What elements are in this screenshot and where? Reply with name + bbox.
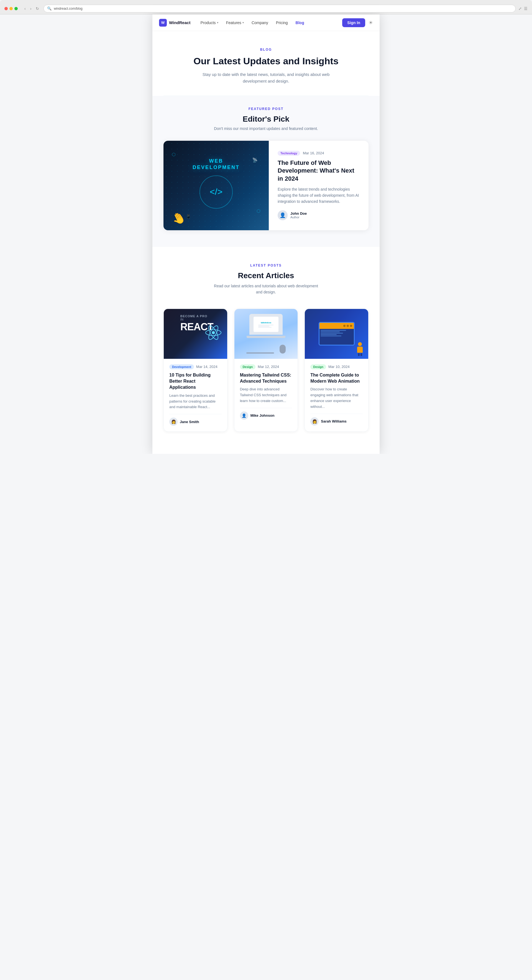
recent-section-label: LATEST POSTS — [164, 264, 368, 267]
nav-company[interactable]: Company — [248, 18, 272, 27]
url-display: windreact.com/blog — [54, 6, 512, 11]
monitor-top-bar — [320, 323, 354, 329]
featured-content: Technology Mar 16, 2024 The Future of We… — [269, 141, 368, 230]
animation-content — [305, 309, 368, 359]
nav-blog[interactable]: Blog — [292, 18, 307, 27]
back-button[interactable]: ‹ — [23, 5, 27, 12]
article-excerpt-react: Learn the best practices and patterns fo… — [169, 393, 221, 410]
close-dot[interactable] — [5, 7, 8, 10]
circuit-decoration: </> — [199, 175, 233, 208]
article-image-animation — [305, 309, 368, 359]
author-name-sarah: Sarah Williams — [321, 419, 346, 423]
tailwind-code-lines — [258, 325, 274, 328]
laptop-base — [247, 336, 285, 338]
featured-author-role: Author — [290, 216, 307, 219]
article-excerpt-animation: Discover how to create engaging web anim… — [311, 387, 363, 409]
chevron-down-icon: ▾ — [242, 21, 244, 24]
float-icon-2: 📡 — [252, 158, 258, 163]
float-icon-3: ⬡ — [256, 208, 260, 214]
article-title-animation: The Complete Guide to Modern Web Animati… — [311, 372, 363, 385]
logo-text: WindReact — [169, 20, 190, 25]
article-card-animation[interactable]: Design Mar 10, 2024 The Complete Guide t… — [304, 309, 368, 432]
recent-section: LATEST POSTS Recent Articles Read our la… — [152, 247, 380, 454]
laptop-bottom — [246, 339, 286, 353]
react-become-text: BECOME A PRO — [180, 315, 207, 318]
article-body-animation: Design Mar 10, 2024 The Complete Guide t… — [305, 359, 368, 431]
nav-features[interactable]: Features ▾ — [223, 18, 247, 27]
monitor-screen-content — [320, 329, 354, 337]
featured-post-excerpt: Explore the latest trends and technologi… — [278, 186, 360, 205]
monitor-btn-2 — [347, 325, 349, 327]
minimize-dot[interactable] — [10, 7, 13, 10]
signin-button[interactable]: Sign In — [342, 18, 365, 27]
monitor-btn-3 — [350, 325, 352, 327]
recent-title: Recent Articles — [164, 271, 368, 280]
person-legs — [358, 353, 362, 356]
article-excerpt-tailwind: Deep dive into advanced Tailwind CSS tec… — [240, 387, 292, 404]
logo-link[interactable]: W WindReact — [159, 19, 190, 27]
featured-image-content: WEBDEVELOPMENT </> — [193, 158, 240, 213]
address-bar[interactable]: 🔍 windreact.com/blog — [43, 5, 516, 13]
nav-actions: Sign In ☀ — [342, 18, 373, 27]
article-tag-tailwind: Design — [240, 364, 256, 369]
person-head — [358, 342, 362, 346]
article-body-react: Development Mar 14, 2024 10 Tips for Bui… — [164, 359, 227, 432]
hero-subtitle: Stay up to date with the latest news, tu… — [197, 71, 335, 84]
article-author-react: 👩 Jane Smith — [169, 414, 221, 426]
articles-grid: BECOME A PRO IN REACT — [164, 309, 368, 432]
featured-author-info: John Doe Author — [290, 212, 307, 219]
featured-header: FEATURED POST Editor's Pick Don't miss o… — [164, 107, 368, 131]
article-body-tailwind: Design Mar 12, 2024 Mastering Tailwind C… — [234, 359, 298, 425]
fullscreen-dot[interactable] — [14, 7, 18, 10]
hero-section-label: BLOG — [164, 48, 368, 51]
menu-icon[interactable]: ☰ — [524, 6, 527, 11]
featured-card[interactable]: WEBDEVELOPMENT </> 🤚 ⬡ 📡 ⬡ 📱 Technology … — [164, 141, 368, 230]
article-author-animation: 👩 Sarah Williams — [311, 414, 363, 426]
expand-icon[interactable]: ⤢ — [518, 6, 522, 11]
page-wrapper: W WindReact Products ▾ Features ▾ Compan… — [152, 14, 380, 454]
article-title-tailwind: Mastering Tailwind CSS: Advanced Techniq… — [240, 372, 292, 385]
person-body — [357, 347, 363, 353]
refresh-button[interactable]: ↻ — [34, 5, 41, 12]
browser-nav-buttons: ‹ › ↻ — [23, 5, 41, 12]
nav-pricing[interactable]: Pricing — [272, 18, 291, 27]
article-date-animation: Mar 10, 2024 — [328, 364, 350, 369]
browser-chrome: ‹ › ↻ 🔍 windreact.com/blog ⤢ ☰ — [0, 0, 532, 14]
float-icon-1: ⬡ — [172, 152, 176, 157]
featured-tag: Technology — [278, 151, 300, 156]
monitor-btn-1 — [343, 325, 346, 327]
svg-point-0 — [212, 331, 215, 334]
featured-image: WEBDEVELOPMENT </> 🤚 ⬡ 📡 ⬡ 📱 — [164, 141, 269, 230]
featured-post-title: The Future of Web Development: What's Ne… — [278, 159, 360, 183]
laptop-shape: tailwindcss — [249, 314, 283, 335]
article-tag-react: Development — [169, 364, 194, 369]
browser-action-buttons: ⤢ ☰ — [518, 6, 527, 11]
recent-header: LATEST POSTS Recent Articles Read our la… — [164, 264, 368, 295]
article-tag-date-tailwind: Design Mar 12, 2024 — [240, 364, 292, 369]
featured-description: Don't miss our most important updates an… — [164, 126, 368, 131]
article-tag-date-animation: Design Mar 10, 2024 — [311, 364, 363, 369]
mouse-shape — [280, 345, 286, 353]
hero-title: Our Latest Updates and Insights — [164, 56, 368, 67]
react-in-text: IN — [180, 318, 183, 321]
article-tag-animation: Design — [311, 364, 326, 369]
author-avatar-jane: 👩 — [169, 418, 178, 426]
article-card-tailwind[interactable]: tailwindcss — [234, 309, 298, 432]
nav-products[interactable]: Products ▾ — [197, 18, 221, 27]
article-card-react[interactable]: BECOME A PRO IN REACT — [164, 309, 228, 432]
featured-author-name: John Doe — [290, 212, 307, 216]
web-dev-label: WEBDEVELOPMENT — [193, 158, 240, 171]
article-tag-date-react: Development Mar 14, 2024 — [169, 364, 221, 369]
forward-button[interactable]: › — [29, 5, 33, 12]
logo-icon: W — [159, 19, 167, 27]
author-name-jane: Jane Smith — [180, 420, 199, 424]
article-date-tailwind: Mar 12, 2024 — [258, 364, 279, 369]
theme-toggle-icon[interactable]: ☀ — [368, 20, 373, 26]
person-figure — [357, 342, 363, 356]
featured-date: Mar 16, 2024 — [303, 151, 324, 155]
search-icon: 🔍 — [47, 6, 51, 11]
browser-traffic-lights — [5, 7, 18, 10]
article-author-tailwind: 👤 Mike Johnson — [240, 408, 292, 420]
person-leg-left — [358, 353, 360, 356]
author-avatar-sarah: 👩 — [311, 417, 319, 426]
